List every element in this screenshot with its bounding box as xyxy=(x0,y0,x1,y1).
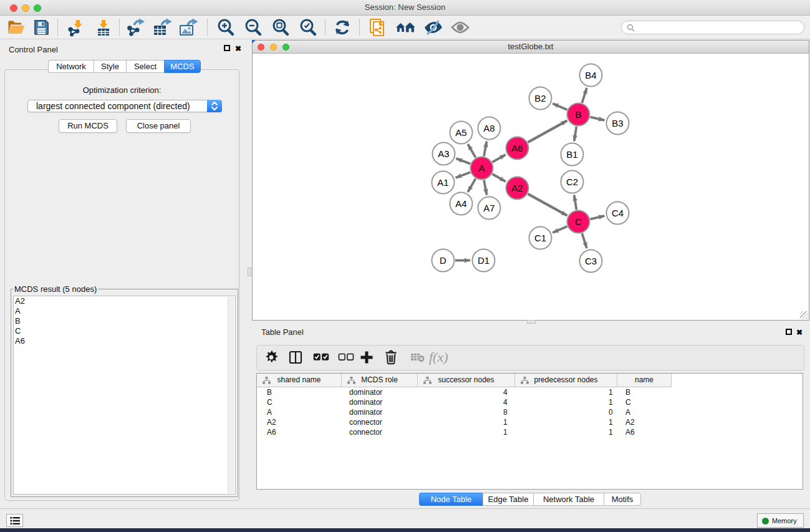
svg-text:A3: A3 xyxy=(438,148,449,159)
svg-text:B3: B3 xyxy=(612,118,623,128)
svg-text:D1: D1 xyxy=(478,255,489,266)
svg-text:A7: A7 xyxy=(483,203,494,213)
svg-text:C3: C3 xyxy=(585,256,597,266)
svg-text:B4: B4 xyxy=(585,70,596,80)
svg-text:A: A xyxy=(478,163,485,173)
svg-text:B1: B1 xyxy=(566,149,577,160)
svg-text:A2: A2 xyxy=(511,183,523,193)
svg-text:C1: C1 xyxy=(534,233,546,243)
svg-text:A1: A1 xyxy=(437,177,448,188)
svg-text:B2: B2 xyxy=(534,93,546,104)
svg-text:C2: C2 xyxy=(566,177,578,187)
svg-text:A5: A5 xyxy=(455,127,466,138)
svg-text:B: B xyxy=(575,109,581,120)
svg-text:A6: A6 xyxy=(511,143,523,153)
svg-text:A4: A4 xyxy=(455,198,466,209)
svg-text:A8: A8 xyxy=(483,123,494,133)
svg-text:C: C xyxy=(575,216,582,227)
svg-text:D: D xyxy=(440,255,446,266)
svg-text:C4: C4 xyxy=(612,208,624,218)
